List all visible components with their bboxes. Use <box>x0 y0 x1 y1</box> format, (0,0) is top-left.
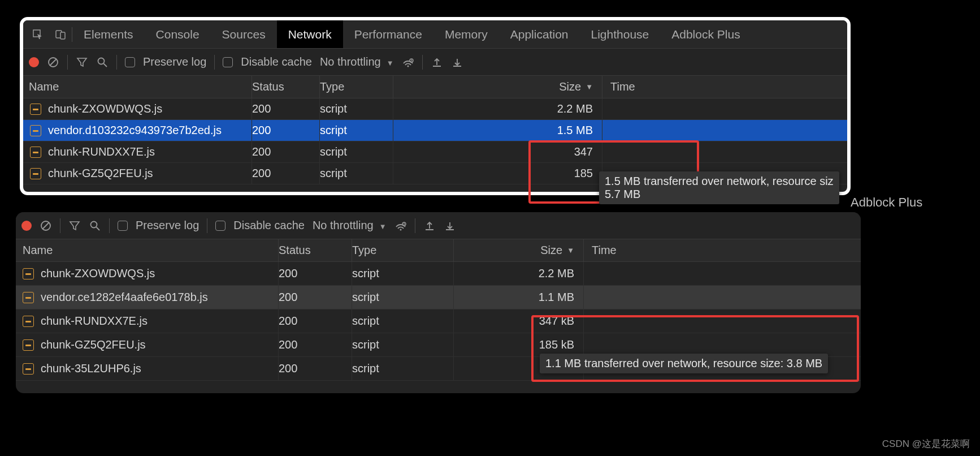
tab-memory[interactable]: Memory <box>433 20 499 48</box>
upload-har-icon[interactable] <box>431 57 443 68</box>
devtools-panel-top: Elements Console Sources Network Perform… <box>20 17 851 195</box>
col-time[interactable]: Time <box>602 76 847 98</box>
disable-cache-label: Disable cache <box>241 55 312 68</box>
status-cell: 200 <box>279 357 352 380</box>
clear-icon[interactable] <box>40 220 52 232</box>
time-cell <box>584 309 861 333</box>
filter-icon[interactable] <box>68 220 81 231</box>
network-conditions-icon[interactable] <box>402 56 414 68</box>
tab-elements[interactable]: Elements <box>72 20 145 48</box>
clear-icon[interactable] <box>47 56 59 68</box>
record-button[interactable] <box>29 57 39 67</box>
time-cell <box>584 262 861 285</box>
download-har-icon[interactable] <box>444 220 456 231</box>
network-toolbar-bottom: Preserve log Disable cache No throttling… <box>16 212 861 239</box>
time-cell <box>602 120 847 141</box>
status-cell: 200 <box>279 262 352 285</box>
type-cell: script <box>352 262 454 285</box>
file-name: chunk-35L2UHP6.js <box>41 362 141 375</box>
file-name: chunk-RUNDXX7E.js <box>48 145 155 158</box>
tab-console[interactable]: Console <box>145 20 211 48</box>
js-file-icon <box>23 363 34 375</box>
table-row[interactable]: chunk-ZXOWDWQS.js200script2.2 MB <box>16 262 861 286</box>
chevron-down-icon: ▼ <box>379 222 387 231</box>
col-time[interactable]: Time <box>584 239 861 261</box>
tab-adblock[interactable]: Adblock Plus <box>660 20 751 48</box>
status-cell: 200 <box>252 141 320 162</box>
file-name: chunk-RUNDXX7E.js <box>41 315 148 328</box>
table-row[interactable]: chunk-ZXOWDWQS.js200script2.2 MB <box>23 98 847 120</box>
js-file-icon <box>23 316 34 327</box>
chevron-down-icon: ▼ <box>387 59 394 67</box>
type-cell: script <box>320 120 393 141</box>
size-cell: 185 kB <box>454 333 584 356</box>
divider <box>415 218 415 233</box>
type-cell: script <box>352 333 454 356</box>
tab-network[interactable]: Network <box>277 20 343 48</box>
table-row[interactable]: vendor.d103232c943973e7b2ed.js200script1… <box>23 120 847 141</box>
svg-line-14 <box>97 227 100 230</box>
device-toggle-icon[interactable] <box>49 29 72 40</box>
tab-lighthouse[interactable]: Lighthouse <box>579 20 660 48</box>
record-button[interactable] <box>21 221 32 231</box>
time-cell <box>602 98 847 119</box>
network-toolbar: Preserve log Disable cache No throttling… <box>23 49 847 76</box>
table-row[interactable]: vendor.ce1282ef4aafe6e0178b.js200script1… <box>16 286 861 309</box>
search-icon[interactable] <box>89 220 101 231</box>
upload-har-icon[interactable] <box>423 220 436 231</box>
throttling-select[interactable]: No throttling▼ <box>320 55 394 68</box>
status-cell: 200 <box>252 120 320 141</box>
divider <box>60 218 60 233</box>
js-file-icon <box>30 125 41 136</box>
table-header-bottom: Name Status Type Size▼ Time <box>16 239 861 262</box>
time-cell <box>584 333 861 356</box>
size-cell: 2.2 MB <box>454 262 584 285</box>
filter-icon[interactable] <box>76 57 88 68</box>
divider <box>422 55 423 70</box>
disable-cache-checkbox[interactable] <box>215 221 226 231</box>
col-type[interactable]: Type <box>320 76 393 98</box>
tab-performance[interactable]: Performance <box>343 20 433 48</box>
table-row[interactable]: chunk-RUNDXX7E.js200script347 kB <box>16 309 861 333</box>
type-cell: script <box>352 357 454 380</box>
col-size[interactable]: Size▼ <box>454 239 584 261</box>
tab-application[interactable]: Application <box>499 20 580 48</box>
col-name[interactable]: Name <box>23 76 252 98</box>
col-name[interactable]: Name <box>16 239 279 261</box>
js-file-icon <box>23 292 34 303</box>
preserve-log-checkbox[interactable] <box>118 221 128 231</box>
js-file-icon <box>23 339 34 351</box>
inspect-icon[interactable] <box>27 29 49 40</box>
divider <box>67 55 68 70</box>
divider <box>116 55 117 70</box>
type-cell: script <box>320 141 393 162</box>
disable-cache-checkbox[interactable] <box>223 57 233 67</box>
time-cell <box>602 141 847 162</box>
search-icon[interactable] <box>96 57 109 68</box>
network-conditions-icon[interactable] <box>394 220 407 232</box>
tab-sources[interactable]: Sources <box>211 20 277 48</box>
status-cell: 200 <box>252 163 320 184</box>
col-status[interactable]: Status <box>252 76 320 98</box>
size-cell: 1.1 MB <box>454 286 584 309</box>
download-har-icon[interactable] <box>451 57 463 68</box>
preserve-log-checkbox[interactable] <box>125 57 135 67</box>
type-cell: script <box>320 98 393 119</box>
watermark: CSDN @这是花菜啊 <box>882 437 970 450</box>
js-file-icon <box>30 104 41 115</box>
throttling-select[interactable]: No throttling▼ <box>313 219 387 232</box>
svg-line-4 <box>50 59 57 66</box>
table-row[interactable]: chunk-RUNDXX7E.js200script347 <box>23 141 847 163</box>
col-type[interactable]: Type <box>352 239 454 261</box>
size-cell: 347 <box>393 141 602 162</box>
col-status[interactable]: Status <box>279 239 352 261</box>
svg-point-13 <box>91 221 97 227</box>
size-tooltip-top: 1.5 MB transferred over network, resourc… <box>599 171 839 204</box>
file-name: vendor.d103232c943973e7b2ed.js <box>48 124 222 137</box>
type-cell: script <box>352 309 454 333</box>
file-name: vendor.ce1282ef4aafe6e0178b.js <box>41 291 208 304</box>
svg-point-15 <box>400 229 401 230</box>
col-size[interactable]: Size▼ <box>393 76 602 98</box>
svg-rect-2 <box>60 32 65 39</box>
size-cell: 347 kB <box>454 309 584 333</box>
